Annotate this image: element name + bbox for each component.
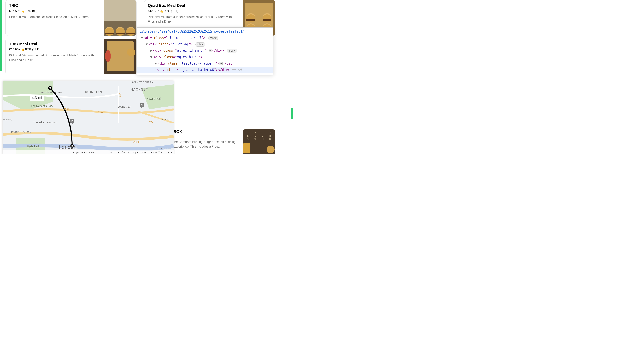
map-road-name: Westway xyxy=(3,118,12,121)
svg-point-2 xyxy=(49,87,51,89)
map-road-label: A501 xyxy=(64,108,69,111)
thumbs-up-icon: 👍 xyxy=(21,9,24,12)
map-neighborhood: MILE END xyxy=(156,118,171,121)
dot-separator: • xyxy=(19,48,20,51)
map-neighborhood: PADDINGTON xyxy=(11,131,32,133)
menu-item-title: TRIO Meal Deal xyxy=(9,42,100,46)
map-data-attribution[interactable]: Map Data ©2024 Google xyxy=(110,151,138,154)
museum-marker-icon[interactable]: M xyxy=(140,103,144,107)
rating-percent: 90% xyxy=(164,9,170,13)
devtools-dom-node[interactable]: ▼<div class="al am bh ae ak r7"> flex xyxy=(138,35,272,41)
rating-count: (191) xyxy=(171,9,178,13)
menu-item-price: £18.50 xyxy=(148,9,157,13)
map-poi-label: The British Museum xyxy=(33,121,57,124)
menu-card-partial[interactable]: BOX the Boredom-Busting Burger Box, an e… xyxy=(174,129,275,154)
menu-item-description: Pick and Mix From our Delicious Selectio… xyxy=(9,15,100,19)
map-park-label: The Regent's Park xyxy=(31,104,53,107)
menu-card[interactable]: TRIO £13.50 • 👍 79% (69) Pick and Mix Fr… xyxy=(6,0,136,36)
map-poi-label: Young V&A xyxy=(118,105,131,108)
map-neighborhood: HACKNEY xyxy=(131,88,148,91)
dot-separator: • xyxy=(158,9,159,13)
menu-item-description: Pick and Mix from our delicious selectio… xyxy=(148,15,239,24)
rating-percent: 87% xyxy=(25,48,32,51)
menu-item-description: the Boredom-Busting Burger Box, an e din… xyxy=(174,140,240,149)
menu-item-image: 123456789101112 xyxy=(242,129,275,154)
map-city-label: London xyxy=(58,144,76,150)
rating-percent: 79% xyxy=(25,9,32,13)
thumbs-up-icon: 👍 xyxy=(21,48,24,51)
thumbs-up-icon: 👍 xyxy=(160,9,163,12)
rating-count: (69) xyxy=(32,9,38,13)
devtools-url[interactable]: IV…-96a7-6429e46a47c6%2522%252C%2522show… xyxy=(138,28,272,35)
menu-card[interactable]: TRIO Meal Deal £16.50 • 👍 87% (171) Pick… xyxy=(6,38,136,74)
menu-item-title: BOX xyxy=(174,129,240,134)
devtools-dom-node[interactable]: <div class="ag as at ba b9 w8"></div> ==… xyxy=(137,67,273,73)
museum-marker-icon[interactable]: M xyxy=(70,119,74,123)
map-distance-label: 4.3 mi xyxy=(30,95,44,101)
menu-item-title: TRIO xyxy=(9,3,100,8)
devtools-dom-node[interactable]: ▶<div class="al ez xd am bh">⋯</div> fle… xyxy=(138,47,272,54)
map-park-label: Hyde Park xyxy=(27,145,40,148)
menu-item-image xyxy=(104,39,136,74)
devtools-dom-node[interactable]: ▼<div class="al ez aq"> flex xyxy=(138,41,272,47)
devtools-popover[interactable]: IV…-96a7-6429e46a47c6%2522%252C%2522show… xyxy=(136,27,274,75)
menu-item-meta: £13.50 • 👍 79% (69) xyxy=(9,9,100,13)
devtools-dom-node[interactable]: ▼<div class="xg xh bu ak"> xyxy=(138,54,272,60)
map-attribution: Keyboard shortcuts Map Data ©2024 Google… xyxy=(3,150,174,154)
menu-item-description: Pick and Mix from our delicious selectio… xyxy=(9,53,100,62)
map-keyboard-shortcuts[interactable]: Keyboard shortcuts xyxy=(73,151,94,154)
rating-count: (171) xyxy=(32,48,39,51)
menu-item-meta: £18.50 • 👍 90% (191) xyxy=(148,9,239,13)
map-terms-link[interactable]: Terms xyxy=(141,151,148,154)
map-neighborhood: AMDEN TOWN xyxy=(41,91,62,94)
map-road-label: A1203 xyxy=(134,141,140,143)
map-report-link[interactable]: Report a map error xyxy=(151,151,172,154)
map-park-label: Victoria Park xyxy=(146,97,162,100)
menu-item-title: Quad Box Meal Deal xyxy=(148,3,239,8)
menu-item-price: £13.50 xyxy=(9,9,18,13)
menu-item-price: £16.50 xyxy=(9,48,18,51)
progress-bar-right xyxy=(291,108,293,119)
progress-bar-left xyxy=(0,0,2,71)
map-road-label: A501 xyxy=(98,111,103,113)
menu-item-meta: £16.50 • 👍 87% (171) xyxy=(9,48,100,51)
map[interactable]: 4.3 mi London HACKNEY HACKNEY CENTRAL AM… xyxy=(3,80,174,154)
map-neighborhood: HACKNEY CENTRAL xyxy=(130,81,155,84)
menu-item-image xyxy=(104,0,136,36)
devtools-dom-node[interactable]: ▶<div class="lazyload-wrapper ">⋯</div> xyxy=(138,60,272,67)
map-neighborhood: ISLINGTON xyxy=(85,90,102,93)
map-road-label: A11 xyxy=(149,120,154,123)
map-road-label: A40 xyxy=(119,93,122,97)
dot-separator: • xyxy=(19,9,20,13)
